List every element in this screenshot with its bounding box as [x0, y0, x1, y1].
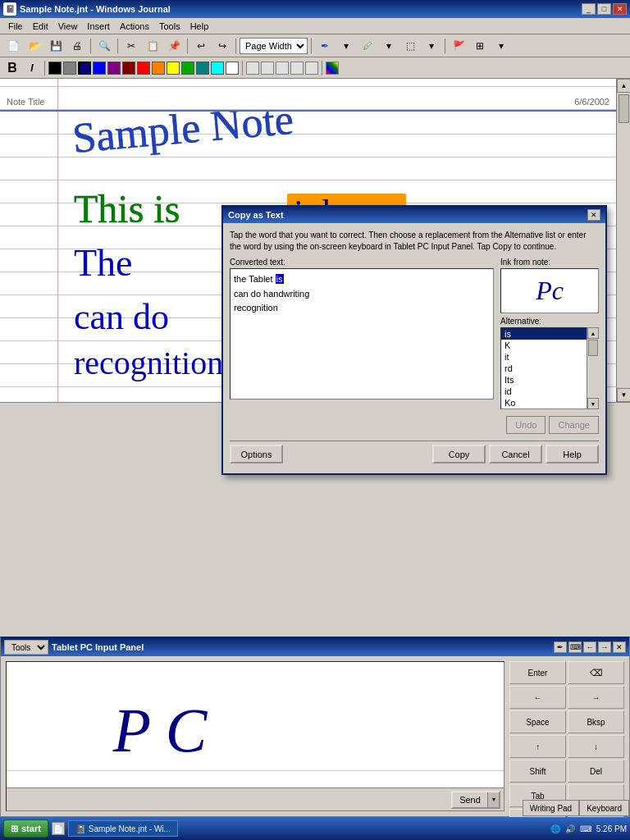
help-button[interactable]: Help [546, 445, 599, 463]
undo-button[interactable]: ↩ [191, 37, 211, 55]
highlighter-dropdown[interactable]: ▾ [379, 37, 399, 55]
key-left[interactable]: ← [509, 686, 566, 709]
redo-button[interactable]: ↪ [212, 37, 232, 55]
key-right[interactable]: → [568, 686, 624, 709]
save-button[interactable]: 💾 [46, 37, 66, 55]
eraser-dropdown[interactable]: ▾ [422, 37, 441, 55]
color-white[interactable] [226, 62, 239, 75]
color-yellow[interactable] [167, 62, 180, 75]
tablet-next-btn[interactable]: → [598, 641, 611, 653]
color-orange[interactable] [152, 62, 165, 75]
highlighted-word[interactable]: is [276, 274, 284, 284]
open-button[interactable]: 📂 [25, 37, 44, 55]
key-down[interactable]: ↓ [568, 735, 624, 758]
thickness-4[interactable] [290, 62, 304, 75]
pen-button[interactable]: ✒ [315, 37, 335, 55]
send-dropdown-arrow[interactable]: ▾ [487, 792, 499, 807]
alt-item-its[interactable]: Its [501, 374, 587, 386]
scroll-down-button[interactable]: ▼ [617, 388, 630, 402]
color-green[interactable] [181, 62, 194, 75]
zoom-dropdown[interactable]: Page Width [240, 38, 308, 54]
key-backspace-icon[interactable]: ⌫ [568, 661, 624, 684]
converted-text-box[interactable]: the Tablet is can do handwriting recogni… [230, 268, 494, 399]
tablet-pen-btn[interactable]: ✒ [554, 641, 567, 653]
flag-button[interactable]: 🚩 [449, 37, 468, 55]
color-black[interactable] [48, 62, 62, 75]
thickness-2[interactable] [261, 62, 274, 75]
key-up[interactable]: ↑ [509, 735, 566, 758]
key-bksp[interactable]: Bksp [568, 710, 624, 733]
options-button[interactable]: Options [230, 445, 283, 463]
minimize-button[interactable]: _ [582, 3, 596, 15]
print-button[interactable]: 🖨 [67, 37, 87, 55]
flag-dropdown[interactable]: ▾ [491, 37, 511, 55]
start-button[interactable]: ⊞ start [3, 819, 48, 838]
alt-item-ks[interactable]: Ks [501, 409, 587, 409]
tablet-writing-area[interactable]: P C Send ▾ [6, 661, 504, 811]
menu-view[interactable]: View [53, 20, 83, 33]
menu-file[interactable]: File [3, 20, 28, 33]
menu-actions[interactable]: Actions [115, 20, 154, 33]
italic-button[interactable]: I [23, 60, 41, 76]
alt-item-it[interactable]: it [501, 351, 587, 363]
alt-item-k[interactable]: K [501, 340, 587, 351]
alt-item-is[interactable]: is [501, 328, 587, 340]
color-blue[interactable] [93, 62, 106, 75]
highlighter-button[interactable]: 🖊 [358, 37, 377, 55]
undo-button[interactable]: Undo [506, 416, 546, 434]
cancel-button[interactable]: Cancel [489, 445, 542, 463]
color-cyan[interactable] [211, 62, 224, 75]
alt-item-ko[interactable]: Ko [501, 397, 587, 409]
insert-button[interactable]: ⊞ [470, 37, 490, 55]
alt-scroll-thumb[interactable] [588, 340, 598, 356]
alt-scroll-down[interactable]: ▼ [587, 398, 599, 409]
menu-edit[interactable]: Edit [28, 20, 53, 33]
change-button[interactable]: Change [549, 416, 599, 434]
close-button[interactable]: ✕ [613, 3, 627, 15]
writing-pad-tab[interactable]: Writing Pad [523, 800, 580, 816]
dialog-close-button[interactable]: ✕ [587, 209, 600, 221]
thickness-5[interactable] [305, 62, 318, 75]
tablet-close-btn[interactable]: ✕ [613, 641, 626, 653]
find-button[interactable]: 🔍 [94, 37, 114, 55]
maximize-button[interactable]: □ [597, 3, 611, 15]
bold-button[interactable]: B [3, 60, 21, 76]
thickness-3[interactable] [276, 62, 289, 75]
tablet-keyboard-btn[interactable]: ⌨ [568, 641, 582, 653]
menu-help[interactable]: Help [185, 20, 214, 33]
alt-item-rd[interactable]: rd [501, 363, 587, 374]
tablet-prev-btn[interactable]: ← [583, 641, 596, 653]
scroll-up-button[interactable]: ▲ [617, 79, 630, 93]
color-purple[interactable] [107, 62, 121, 75]
key-space[interactable]: Space [509, 710, 566, 733]
color-teal[interactable] [196, 62, 209, 75]
menu-tools[interactable]: Tools [154, 20, 185, 33]
key-del[interactable]: Del [568, 760, 624, 783]
thickness-1[interactable] [246, 62, 259, 75]
palette-button[interactable] [326, 62, 339, 75]
writing-canvas[interactable]: P C [7, 662, 504, 788]
key-enter[interactable]: Enter [509, 661, 566, 684]
send-button[interactable]: Send ▾ [451, 791, 500, 809]
copy-button[interactable]: Copy [432, 445, 486, 463]
window-taskbar-item[interactable]: 📓 Sample Note.jnt - Wi... [68, 820, 178, 837]
keyboard-tab[interactable]: Keyboard [579, 800, 629, 816]
paste-button[interactable]: 📌 [164, 37, 184, 55]
color-navy[interactable] [78, 62, 91, 75]
quick-launch-1[interactable]: 📄 [52, 822, 65, 835]
alt-scroll-up[interactable]: ▲ [587, 327, 599, 339]
cut-button[interactable]: ✂ [121, 37, 141, 55]
tools-dropdown[interactable]: Tools [4, 640, 48, 655]
scroll-thumb[interactable] [619, 94, 629, 123]
pen-dropdown[interactable]: ▾ [336, 37, 356, 55]
eraser-button[interactable]: ⬚ [400, 37, 420, 55]
alt-item-id[interactable]: id [501, 386, 587, 397]
menu-insert[interactable]: Insert [82, 20, 115, 33]
color-darkred[interactable] [122, 62, 135, 75]
color-gray[interactable] [63, 62, 76, 75]
copy-button[interactable]: 📋 [143, 37, 162, 55]
alternative-list[interactable]: is K it rd Its id Ko Ks [500, 327, 587, 409]
color-red[interactable] [137, 62, 150, 75]
key-shift[interactable]: Shift [509, 760, 566, 783]
new-button[interactable]: 📄 [3, 37, 23, 55]
